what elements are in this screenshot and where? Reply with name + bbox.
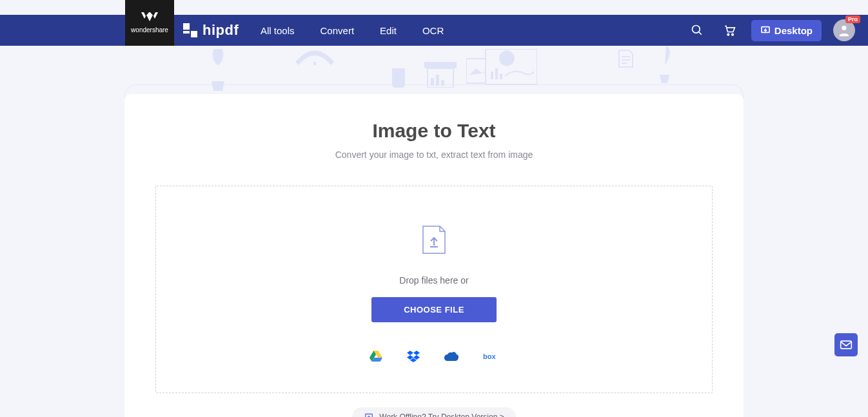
download-icon — [760, 25, 771, 35]
svg-line-4 — [698, 32, 701, 35]
decorative-illustrations — [124, 46, 744, 94]
svg-rect-9 — [424, 62, 457, 68]
feedback-button[interactable] — [834, 333, 858, 356]
nav-link-ocr[interactable]: OCR — [422, 25, 444, 36]
nav-link-edit[interactable]: Edit — [380, 25, 397, 36]
google-drive-button[interactable] — [367, 348, 385, 367]
wondershare-icon — [141, 12, 158, 24]
svg-rect-0 — [183, 23, 190, 30]
dropbox-button[interactable] — [404, 348, 422, 367]
svg-point-8 — [842, 26, 846, 30]
dropzone[interactable]: Drop files here or CHOOSE FILE box — [155, 186, 713, 393]
drop-text: Drop files here or — [169, 275, 699, 286]
nav-links: All tools Convert Edit OCR — [261, 25, 444, 36]
svg-rect-18 — [495, 68, 498, 79]
svg-text:box: box — [483, 353, 496, 360]
box-button[interactable]: box — [480, 349, 501, 365]
nav-link-all-tools[interactable]: All tools — [261, 25, 295, 36]
onedrive-icon — [444, 352, 459, 361]
desktop-button[interactable]: Desktop — [751, 20, 822, 41]
file-upload-icon — [422, 225, 446, 255]
nav-right: Desktop Pro — [687, 19, 855, 41]
box-icon: box — [483, 352, 498, 361]
svg-point-5 — [727, 34, 729, 35]
pro-badge: Pro — [845, 15, 860, 23]
svg-rect-25 — [841, 341, 852, 349]
hipdf-icon — [183, 23, 197, 37]
cloud-sources: box — [169, 348, 699, 367]
cart-icon — [723, 24, 736, 37]
choose-file-button[interactable]: CHOOSE FILE — [371, 297, 497, 322]
avatar[interactable]: Pro — [833, 19, 855, 41]
svg-rect-2 — [183, 31, 190, 34]
dropbox-icon — [407, 351, 420, 362]
download-icon — [364, 412, 374, 417]
svg-rect-1 — [191, 31, 197, 37]
hipdf-label: hipdf — [202, 22, 239, 39]
svg-rect-19 — [500, 73, 502, 79]
offline-cta-button[interactable]: Work Offline? Try Desktop Version > — [352, 407, 515, 417]
avatar-icon — [837, 23, 851, 37]
svg-rect-17 — [491, 72, 493, 79]
svg-rect-12 — [436, 75, 439, 86]
svg-rect-11 — [431, 78, 434, 86]
page-title: Image to Text — [155, 120, 713, 142]
svg-rect-13 — [441, 80, 444, 86]
cart-button[interactable] — [719, 20, 740, 41]
svg-point-6 — [732, 34, 734, 35]
hipdf-logo[interactable]: hipdf — [183, 22, 239, 39]
svg-point-3 — [692, 26, 700, 34]
navbar: wondershare hipdf All tools Convert Edit… — [0, 15, 868, 46]
main-card: Image to Text Convert your image to txt,… — [124, 94, 744, 417]
page-subtitle: Convert your image to txt, extract text … — [155, 150, 713, 160]
offline-cta-label: Work Offline? Try Desktop Version > — [379, 412, 504, 417]
nav-link-convert[interactable]: Convert — [321, 25, 355, 36]
search-icon — [691, 24, 704, 37]
search-button[interactable] — [687, 20, 707, 41]
desktop-label: Desktop — [774, 25, 813, 36]
wondershare-label: wondershare — [131, 26, 168, 34]
google-drive-icon — [370, 351, 382, 362]
mail-icon — [840, 340, 853, 350]
onedrive-button[interactable] — [442, 349, 461, 365]
wondershare-logo[interactable]: wondershare — [125, 0, 174, 46]
